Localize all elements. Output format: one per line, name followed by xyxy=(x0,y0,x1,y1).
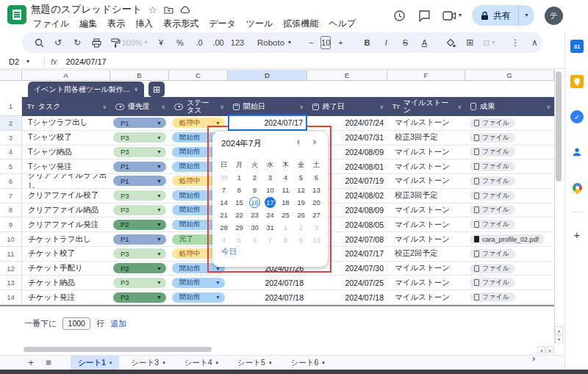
column-header-F[interactable]: F xyxy=(387,71,465,80)
file-chip[interactable]: ファイル xyxy=(470,147,515,157)
format-currency-button[interactable]: ¥ xyxy=(153,35,169,51)
increase-decimal-button[interactable]: .00 xyxy=(210,35,226,51)
row-header-7[interactable]: 7 xyxy=(0,189,22,204)
cell-task[interactable]: チケットラフ出し xyxy=(22,232,110,247)
calendar-day[interactable]: 4 xyxy=(216,234,232,246)
cell-priority[interactable]: P2▼ xyxy=(110,290,169,305)
cell-milestone[interactable]: マイルストーン xyxy=(387,204,465,218)
cell-status[interactable]: 開始前▼ xyxy=(169,276,228,290)
calendar-day[interactable]: 3 xyxy=(309,221,324,234)
show-side-panel-icon[interactable]: › xyxy=(532,353,535,364)
priority-chip[interactable]: P2▼ xyxy=(113,220,166,230)
row-header-2[interactable]: 2 xyxy=(0,116,22,131)
redo-icon[interactable]: ↻ xyxy=(69,35,85,51)
table-column-header-5[interactable]: TTマイルストーン∨ xyxy=(387,97,465,116)
cell-milestone[interactable]: マイルストーン xyxy=(387,276,465,290)
undo-icon[interactable]: ↺ xyxy=(50,35,66,51)
file-chip[interactable]: ファイル xyxy=(470,176,515,186)
calendar-day[interactable]: 23 xyxy=(247,209,262,221)
cell-result[interactable]: ファイル xyxy=(465,159,554,174)
table-options-icon[interactable]: ⊞ xyxy=(148,82,165,97)
italic-button[interactable]: I xyxy=(378,35,394,51)
menu-item-3[interactable]: 挿入 xyxy=(130,17,158,29)
star-icon[interactable]: ☆ xyxy=(148,5,157,15)
calendar-day[interactable]: 24 xyxy=(262,209,278,221)
decrease-font-size-button[interactable]: − xyxy=(303,35,319,51)
priority-chip[interactable]: P2▼ xyxy=(113,292,166,303)
column-menu-icon[interactable]: ∨ xyxy=(458,104,462,110)
row-header-12[interactable]: 12 xyxy=(0,262,22,276)
calendar-day[interactable]: 2 xyxy=(247,171,262,184)
cell-task[interactable]: チケット納品 xyxy=(22,276,110,290)
calendar-day[interactable]: 1 xyxy=(278,221,293,234)
calendar-day[interactable]: 14 xyxy=(216,196,232,209)
priority-chip[interactable]: P1▼ xyxy=(113,118,166,128)
cell-result[interactable]: ファイル xyxy=(465,145,554,160)
zoom-select[interactable]: 100% ▾ xyxy=(126,35,143,51)
google-tasks-icon[interactable]: ✓ xyxy=(570,110,584,123)
menu-item-2[interactable]: 表示 xyxy=(102,17,130,29)
cell-milestone[interactable]: 校正3回予定 xyxy=(387,189,465,204)
google-keep-icon[interactable] xyxy=(570,75,584,88)
scroll-left-button[interactable]: ◂ xyxy=(537,346,545,353)
calendar-day-today[interactable]: 16 xyxy=(249,197,260,208)
next-month-icon[interactable]: › xyxy=(309,137,320,147)
horizontal-scrollbar[interactable] xyxy=(24,347,212,352)
move-folder-icon[interactable] xyxy=(164,6,173,14)
calendar-day[interactable]: 10 xyxy=(262,184,278,196)
column-header-E[interactable]: E xyxy=(307,71,387,80)
calendar-day[interactable]: 2 xyxy=(293,221,309,234)
cell-priority[interactable]: P1▼ xyxy=(110,116,169,131)
calendar-day[interactable]: 19 xyxy=(293,196,309,209)
calendar-day[interactable]: 8 xyxy=(278,234,293,246)
column-menu-icon[interactable]: ∨ xyxy=(547,104,551,110)
calendar-day[interactable]: 4 xyxy=(278,171,293,184)
priority-chip[interactable]: P3▼ xyxy=(113,248,166,259)
calendar-day[interactable]: 10 xyxy=(309,234,324,246)
cell-end-date[interactable]: 2024/07/18 xyxy=(307,290,387,305)
file-chip[interactable]: ファイル xyxy=(470,292,515,302)
column-header-C[interactable]: C xyxy=(169,71,228,80)
file-chip[interactable]: ファイル xyxy=(470,220,515,229)
cell-result[interactable]: ファイル xyxy=(465,217,554,232)
file-chip[interactable]: ファイル xyxy=(470,205,515,215)
cell-milestone[interactable]: マイルストーン xyxy=(387,232,465,247)
sheet-tab-2[interactable]: シート4▾ xyxy=(177,356,226,370)
row-header-6[interactable]: 6 xyxy=(0,174,22,189)
column-header-G[interactable]: G xyxy=(465,71,554,80)
add-rows-count-input[interactable] xyxy=(62,317,90,330)
fill-color-icon[interactable] xyxy=(442,35,459,51)
calendar-day[interactable]: 6 xyxy=(309,171,324,184)
cell-task[interactable]: チケット校了 xyxy=(22,247,110,262)
priority-chip[interactable]: P3▼ xyxy=(113,278,166,288)
cell-priority[interactable]: P2▼ xyxy=(110,262,169,276)
calendar-day[interactable]: 6 xyxy=(247,234,262,246)
decrease-decimal-button[interactable]: .0 xyxy=(191,35,207,51)
file-chip[interactable]: cara_profile_02.pdf xyxy=(470,234,545,244)
calendar-day[interactable]: 9 xyxy=(247,184,262,196)
column-menu-icon[interactable]: ∨ xyxy=(220,104,225,110)
menu-item-7[interactable]: 拡張機能 xyxy=(278,17,323,29)
cell-end-date[interactable]: 2024/07/24 xyxy=(307,116,387,131)
calendar-day[interactable]: 3 xyxy=(262,171,278,184)
column-header-B[interactable]: B xyxy=(110,71,169,80)
row-header-11[interactable]: 11 xyxy=(0,247,22,262)
table-name-tab[interactable]: イベント用各種ツール製作…∨ xyxy=(28,82,144,97)
selected-cell-d2[interactable]: 2024/07/17 xyxy=(228,115,307,131)
cell-priority[interactable]: P1▼ xyxy=(110,159,169,174)
cell-start-date[interactable]: 2024/07/18 xyxy=(228,290,307,305)
priority-chip[interactable]: P3▼ xyxy=(113,205,166,215)
file-chip[interactable]: ファイル xyxy=(470,191,515,201)
priority-chip[interactable]: P3▼ xyxy=(113,190,166,201)
calendar-day[interactable]: 1 xyxy=(232,171,247,184)
cell-result[interactable]: ファイル xyxy=(465,247,554,262)
cell-priority[interactable]: P3▼ xyxy=(110,276,169,290)
cell-result[interactable]: ファイル xyxy=(465,290,554,305)
calendar-day[interactable]: 12 xyxy=(293,184,309,196)
cell-task[interactable]: クリアファイル発注 xyxy=(22,217,110,232)
calendar-day[interactable]: 16 xyxy=(247,196,262,209)
calendar-day[interactable]: 21 xyxy=(216,209,232,221)
cell-task[interactable]: チケット発注 xyxy=(22,290,110,305)
calendar-day[interactable]: 9 xyxy=(293,234,309,246)
cell-milestone[interactable]: マイルストーン xyxy=(387,174,465,189)
